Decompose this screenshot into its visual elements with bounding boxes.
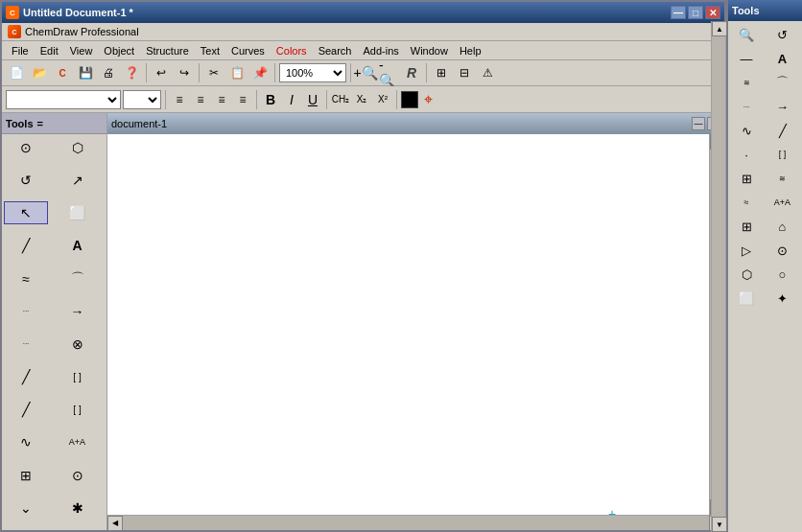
r-dashed2-btn[interactable]: ≋ (767, 167, 799, 190)
subscript-button[interactable]: CH₂ (331, 90, 350, 109)
lasso-tool[interactable]: ⊙ (4, 136, 48, 159)
r-dashed-btn[interactable]: ≋ (730, 71, 763, 94)
r-play-btn[interactable]: ▷ (730, 239, 763, 262)
bond-tool[interactable]: ╱ (4, 234, 48, 257)
help-button[interactable]: ❓ (121, 62, 142, 83)
scroll-left-button[interactable]: ◀ (107, 516, 123, 531)
menu-addins[interactable]: Add-ins (357, 43, 404, 58)
zoom-select[interactable]: 100% (279, 63, 346, 82)
r-rect-btn[interactable]: ⬜ (730, 287, 763, 310)
arrow2-tool[interactable]: → (56, 300, 100, 323)
arrow-tool[interactable]: ↗ (56, 169, 100, 192)
scroll-track-h[interactable] (123, 516, 709, 531)
r-wave2-btn[interactable]: ≈ (730, 191, 763, 214)
r-dot-btn[interactable]: · (730, 143, 763, 166)
ring-tool[interactable]: ⌒ (56, 267, 100, 290)
align-right-button[interactable]: ≡ (212, 90, 231, 109)
r-star-btn[interactable]: ✦ (767, 287, 799, 310)
paste-button[interactable]: 📌 (249, 62, 271, 83)
close-button[interactable]: ✕ (705, 6, 720, 19)
r-bracket-btn[interactable]: [ ] (767, 143, 799, 166)
r-rotate-btn[interactable]: ↺ (767, 23, 799, 46)
rotate-tool[interactable]: ↺ (4, 169, 48, 192)
label-tool[interactable]: A+A (56, 430, 100, 453)
print-button[interactable]: 🖨 (98, 62, 119, 83)
menu-window[interactable]: Window (405, 43, 454, 58)
color-swatch[interactable] (401, 91, 418, 108)
r-label-btn[interactable]: A+A (767, 191, 799, 214)
grid-btn[interactable]: ⊟ (454, 62, 475, 83)
warning-btn[interactable]: ⚠ (477, 62, 498, 83)
bold-button[interactable]: B (261, 90, 280, 109)
doc-canvas[interactable]: + (107, 134, 709, 515)
wave-tool[interactable]: ∿ (4, 430, 48, 453)
new-button[interactable]: 📄 (6, 62, 27, 83)
text-tool[interactable]: A (56, 234, 100, 257)
doc-minimize[interactable]: — (692, 117, 705, 130)
circle-tool[interactable]: ⊙ (56, 464, 100, 487)
r-icon[interactable]: R (401, 62, 422, 83)
minimize-button[interactable]: — (671, 6, 686, 19)
app-scroll-track[interactable] (712, 36, 725, 517)
r-wave-btn[interactable]: ∿ (730, 119, 763, 142)
r-chem-btn[interactable]: ⌂ (767, 215, 799, 238)
align-left-button[interactable]: ≡ (170, 90, 189, 109)
undo-button[interactable]: ↩ (151, 62, 172, 83)
node-tool[interactable]: ⊗ (56, 333, 100, 356)
menu-curves[interactable]: Curves (225, 43, 271, 58)
font-select[interactable] (6, 90, 121, 109)
menu-edit[interactable]: Edit (35, 43, 64, 58)
r-bond-btn[interactable]: ╱ (767, 119, 799, 142)
superscript-button[interactable]: X² (373, 90, 392, 109)
chain-tool[interactable]: ≈ (4, 267, 48, 290)
align-center-button[interactable]: ≡ (191, 90, 210, 109)
size-select[interactable] (123, 90, 161, 109)
save-button[interactable]: 💾 (75, 62, 96, 83)
marquee-tool[interactable]: ⬡ (56, 136, 100, 159)
menu-colors[interactable]: Colors (271, 43, 313, 58)
bracket2-tool[interactable]: [ ] (56, 398, 100, 421)
r-dots-btn[interactable]: ··· (730, 95, 763, 118)
r-line-btn[interactable]: — (730, 47, 763, 70)
menu-structure[interactable]: Structure (140, 43, 195, 58)
copy-button[interactable]: 📋 (226, 62, 248, 83)
app-scroll-down[interactable]: ▼ (712, 517, 727, 532)
dots-tool[interactable]: ··· (4, 300, 48, 323)
table-tool[interactable]: ⊞ (4, 464, 48, 487)
italic-button[interactable]: I (282, 90, 301, 109)
r-table-btn[interactable]: ⊞ (730, 215, 763, 238)
template-btn[interactable]: ⊞ (431, 62, 452, 83)
r-grid-btn[interactable]: ⊞ (730, 167, 763, 190)
r-circle-btn[interactable]: ⊙ (767, 239, 799, 262)
tools-pin[interactable]: = (37, 118, 43, 129)
redo-button[interactable]: ↪ (174, 62, 195, 83)
subscript2-button[interactable]: X₂ (352, 90, 371, 109)
bracket-tool[interactable]: [ ] (56, 365, 100, 388)
maximize-button[interactable]: □ (688, 6, 703, 19)
menu-text[interactable]: Text (195, 43, 225, 58)
select-tool[interactable]: ↖ (4, 201, 48, 224)
menu-file[interactable]: File (6, 43, 35, 58)
curve-tool[interactable]: ⌄ (4, 497, 48, 520)
underline-button[interactable]: U (303, 90, 322, 109)
wedge-tool[interactable]: ╱ (4, 398, 48, 421)
menu-help[interactable]: Help (454, 43, 487, 58)
line-tool[interactable]: ╱ (4, 365, 48, 388)
app-scroll-up[interactable]: ▲ (712, 21, 727, 36)
r-search-btn[interactable]: 🔍 (730, 23, 763, 46)
r-arc-btn[interactable]: ⌒ (767, 71, 799, 94)
menu-search[interactable]: Search (313, 43, 358, 58)
align-justify-button[interactable]: ≡ (233, 90, 252, 109)
erase-tool[interactable]: ⬜ (56, 201, 100, 224)
zoom-in-button[interactable]: +🔍 (355, 62, 376, 83)
r-text-btn[interactable]: A (767, 47, 799, 70)
menu-view[interactable]: View (64, 43, 99, 58)
open-button[interactable]: 📂 (29, 62, 50, 83)
chemdraw-btn[interactable]: C (52, 62, 73, 83)
r-oval-btn[interactable]: ○ (767, 263, 799, 286)
r-hex-btn[interactable]: ⬡ (730, 263, 763, 286)
misc-tool[interactable]: ✱ (56, 497, 100, 520)
dashed-tool[interactable]: ··· (4, 333, 48, 356)
menu-object[interactable]: Object (98, 43, 140, 58)
zoom-out-button[interactable]: -🔍 (378, 62, 399, 83)
